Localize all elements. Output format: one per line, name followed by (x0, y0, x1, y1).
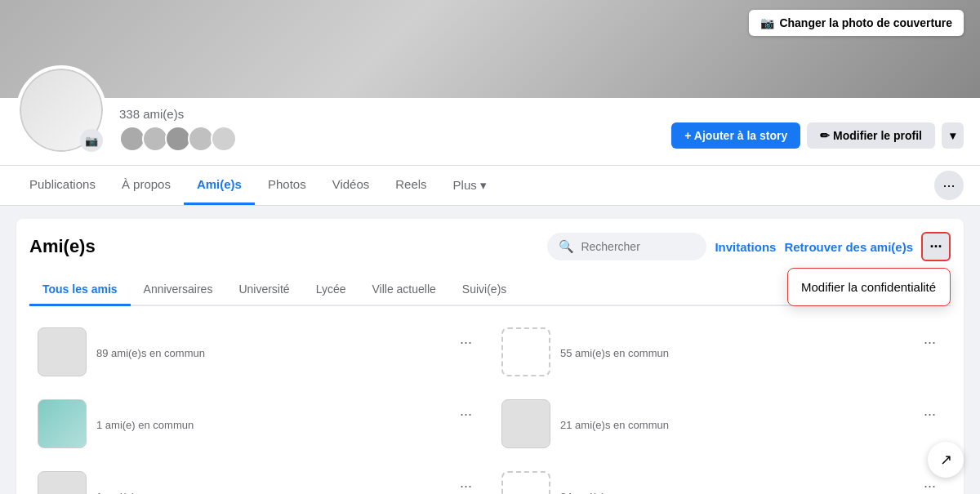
profile-nav: Publications À propos Ami(e)s Photos Vid… (0, 166, 980, 206)
tab-tous-amis[interactable]: Tous les amis (29, 274, 131, 306)
friend-mutual-3: 1 ami(e) en commun (96, 419, 443, 431)
change-avatar-button[interactable]: 📷 (80, 129, 103, 152)
friend-mutual-4: 21 ami(e)s en commun (560, 419, 907, 431)
edit-profile-button[interactable]: ✏ Modifier le profil (807, 122, 935, 149)
tab-universite[interactable]: Université (225, 274, 302, 306)
nav-more-dots-button[interactable]: ··· (934, 171, 964, 200)
change-cover-label: Changer la photo de couverture (779, 16, 952, 29)
friend-mutual-5: 1 ami(e) en commun (96, 491, 443, 495)
nav-more[interactable]: Plus ▾ (440, 166, 500, 205)
friends-container: Ami(e)s 🔍 Invitations Retrouver des ami(… (16, 219, 964, 494)
friend-menu-button-6[interactable]: ··· (917, 474, 942, 494)
friend-info-5: 1 ami(e) en commun (96, 489, 443, 495)
search-input[interactable] (581, 240, 695, 253)
friend-thumb-1 (38, 327, 87, 376)
friend-card-6: 84 ami(e)s en commun ··· (493, 463, 951, 494)
friend-thumb-2 (501, 327, 550, 376)
nav-dots-icon: ··· (942, 177, 955, 194)
friend-thumb-5 (38, 471, 87, 494)
friends-count: 338 ami(e)s (119, 107, 671, 121)
friends-title: Ami(e)s (29, 236, 96, 257)
friends-dropdown-menu: Modifier la confidentialité (787, 268, 951, 306)
friend-mutual-6: 84 ami(e)s en commun (560, 491, 907, 495)
find-friends-button[interactable]: Retrouver des ami(e)s (784, 240, 913, 254)
friend-menu-button-2[interactable]: ··· (917, 331, 942, 354)
nav-reels[interactable]: Reels (382, 166, 439, 205)
friend-info-4: 21 ami(e)s en commun (560, 417, 907, 431)
friend-info-2: 55 ami(e)s en commun (560, 345, 907, 359)
nav-amis[interactable]: Ami(e)s (184, 166, 255, 205)
profile-section: 📷 338 ami(e)s + Ajouter à la story ✏ Mod… (0, 98, 980, 166)
edit-privacy-item[interactable]: Modifier la confidentialité (788, 272, 950, 302)
friends-header: Ami(e)s 🔍 Invitations Retrouver des ami(… (29, 232, 951, 261)
nav-apropos[interactable]: À propos (109, 166, 184, 205)
change-cover-button[interactable]: 📷 Changer la photo de couverture (749, 10, 964, 36)
tab-anniversaires[interactable]: Anniversaires (131, 274, 226, 306)
friend-thumb-3 (38, 399, 87, 448)
nav-photos[interactable]: Photos (255, 166, 319, 205)
avatar-container: 📷 (16, 65, 106, 155)
nav-videos[interactable]: Vidéos (319, 166, 383, 205)
friend-info-6: 84 ami(e)s en commun (560, 489, 907, 495)
add-story-button[interactable]: + Ajouter à la story (671, 122, 800, 149)
friend-menu-button-3[interactable]: ··· (453, 403, 479, 426)
friend-mutual-2: 55 ami(e)s en commun (560, 347, 907, 359)
search-box: 🔍 (547, 233, 706, 260)
friend-thumb-6 (501, 471, 550, 494)
profile-info: 338 ami(e)s (119, 107, 671, 155)
friend-card-5: 1 ami(e) en commun ··· (29, 463, 487, 494)
external-link-icon: ↗ (940, 451, 952, 469)
friend-thumb-4 (501, 399, 550, 448)
friend-info-1: 89 ami(e)s en commun (96, 345, 443, 359)
friend-menu-button-5[interactable]: ··· (453, 474, 479, 494)
friend-avatar-5 (211, 126, 237, 152)
nav-more-label: Plus ▾ (453, 178, 487, 193)
add-story-label: + Ajouter à la story (684, 129, 787, 142)
friend-card-1: 89 ami(e)s en commun ··· (29, 319, 487, 385)
friend-card-4: 21 ami(e)s en commun ··· (493, 391, 951, 456)
friend-menu-button-4[interactable]: ··· (917, 403, 942, 426)
friends-avatars (119, 126, 671, 152)
friend-card-3: 1 ami(e) en commun ··· (29, 391, 487, 456)
dropdown-arrow-icon: ▾ (950, 129, 956, 142)
profile-dropdown-button[interactable]: ▾ (942, 122, 964, 149)
nav-items: Publications À propos Ami(e)s Photos Vid… (16, 166, 500, 205)
invitations-button[interactable]: Invitations (715, 240, 776, 254)
tab-ville-actuelle[interactable]: Ville actuelle (359, 274, 448, 306)
profile-actions: + Ajouter à la story ✏ Modifier le profi… (671, 122, 964, 155)
friends-actions: 🔍 Invitations Retrouver des ami(e)s ··· … (547, 232, 951, 261)
friend-info-3: 1 ami(e) en commun (96, 417, 443, 431)
edit-profile-label: ✏ Modifier le profil (820, 129, 922, 142)
friend-card-2: 55 ami(e)s en commun ··· (493, 319, 951, 385)
tab-lycee[interactable]: Lycée (303, 274, 359, 306)
friends-more-button[interactable]: ··· (921, 232, 951, 261)
more-dots-icon: ··· (929, 238, 942, 256)
friend-mutual-1: 89 ami(e)s en commun (96, 347, 443, 359)
cover-area: 📷 Changer la photo de couverture 📷 338 a… (0, 0, 980, 206)
friends-grid: 89 ami(e)s en commun ··· 55 ami(e)s en c… (29, 319, 951, 494)
avatar-camera-icon: 📷 (85, 135, 98, 147)
nav-publications[interactable]: Publications (16, 166, 109, 205)
friend-menu-button-1[interactable]: ··· (453, 331, 479, 354)
floating-edit-button[interactable]: ↗ (928, 442, 964, 478)
camera-icon: 📷 (760, 16, 774, 29)
tab-suivis[interactable]: Suivi(e)s (449, 274, 519, 306)
cover-photo: 📷 Changer la photo de couverture (0, 0, 980, 98)
main-content: Ami(e)s 🔍 Invitations Retrouver des ami(… (0, 206, 980, 494)
search-icon: 🔍 (559, 239, 574, 254)
